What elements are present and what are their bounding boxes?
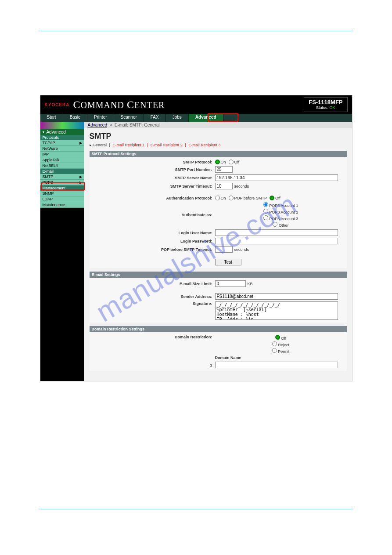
sidebar-item-snmp[interactable]: SNMP bbox=[40, 191, 84, 196]
radio-restrict-off[interactable] bbox=[275, 335, 280, 340]
tab-advanced[interactable]: Advanced bbox=[189, 114, 223, 122]
label-size: E-mail Size Limit: bbox=[90, 282, 215, 286]
breadcrumb: Advanced > E-mail: SMTP: General bbox=[84, 122, 352, 128]
breadcrumb-page: E-mail: SMTP: General bbox=[115, 123, 160, 127]
main-tabs: Start Basic Printer Scanner FAX Jobs Adv… bbox=[40, 114, 352, 122]
textarea-signature[interactable]: _/_/_/_/_/_/_/_/_/_/_/_/ %printer [%seri… bbox=[215, 301, 338, 320]
subtab-recipient1[interactable]: E-mail Recipient 1 bbox=[112, 143, 144, 147]
sidebar-item-tcpip[interactable]: TCP/IP▶ bbox=[40, 140, 84, 146]
sidebar-item-pop3[interactable]: POP3▶ bbox=[40, 180, 84, 185]
input-port[interactable] bbox=[215, 166, 233, 173]
radio-auth-pop[interactable] bbox=[229, 196, 234, 200]
header-bar: KYOCERA COMMAND CENTER FS-1118MFP Status… bbox=[40, 95, 352, 114]
sidebar-banner-image bbox=[40, 122, 84, 129]
input-pass[interactable] bbox=[215, 238, 338, 244]
radio-smtp-off[interactable] bbox=[229, 160, 234, 164]
radio-acct1[interactable] bbox=[263, 202, 268, 207]
domain-index: 1 bbox=[90, 363, 215, 367]
sidebar-item-netbeui[interactable]: NetBEUI bbox=[40, 163, 84, 169]
label-pop-timeout: POP before SMTP Timeout: bbox=[90, 247, 215, 252]
radio-restrict-permit[interactable] bbox=[272, 348, 277, 353]
label-signature: Signature: bbox=[90, 301, 215, 306]
label-auth-as: Authenticate as: bbox=[90, 213, 215, 217]
subtab-general[interactable]: ▸ General bbox=[90, 143, 107, 147]
sidebar-item-ldap[interactable]: LDAP bbox=[40, 196, 84, 202]
screenshot: KYOCERA COMMAND CENTER FS-1118MFP Status… bbox=[40, 95, 352, 381]
input-user[interactable] bbox=[215, 229, 338, 236]
section-email-settings: E-mail Settings bbox=[90, 272, 347, 278]
input-sender[interactable] bbox=[215, 293, 338, 300]
tab-start[interactable]: Start bbox=[40, 114, 63, 122]
tab-printer[interactable]: Printer bbox=[87, 114, 114, 122]
tab-basic[interactable]: Basic bbox=[63, 114, 87, 122]
subtab-recipient3[interactable]: E-mail Recipient 3 bbox=[188, 143, 220, 147]
input-timeout[interactable] bbox=[215, 183, 233, 189]
label-auth: Authentication Protocol: bbox=[90, 196, 215, 200]
status-box: FS-1118MFP Status: OK bbox=[304, 97, 347, 112]
kyocera-logo: KYOCERA bbox=[45, 102, 70, 107]
label-restrict: Domain Restriction: bbox=[90, 335, 215, 339]
section-domain: Domain Restriction Settings bbox=[90, 326, 347, 332]
sidebar-section-management: Management bbox=[40, 185, 84, 191]
label-sender: Sender Address: bbox=[90, 294, 215, 299]
sidebar-item-netware[interactable]: NetWare bbox=[40, 146, 84, 152]
sidebar-section-email: E-mail bbox=[40, 169, 84, 174]
label-user: Login User Name: bbox=[90, 231, 215, 235]
input-size[interactable] bbox=[215, 280, 246, 287]
subtab-recipient2[interactable]: E-mail Recipient 2 bbox=[151, 143, 183, 147]
sidebar-item-appletalk[interactable]: AppleTalk bbox=[40, 157, 84, 163]
chevron-right-icon: ▶ bbox=[79, 181, 82, 185]
tab-jobs[interactable]: Jobs bbox=[166, 114, 189, 122]
sidebar-item-maintenance[interactable]: Maintenance bbox=[40, 202, 84, 208]
input-server[interactable] bbox=[215, 174, 338, 181]
label-timeout: SMTP Server Timeout: bbox=[90, 184, 215, 189]
radio-other[interactable] bbox=[273, 222, 277, 227]
radio-auth-on[interactable] bbox=[215, 196, 220, 200]
product-name: COMMAND CENTER bbox=[73, 99, 165, 111]
page-title: SMTP bbox=[90, 132, 347, 141]
label-port: SMTP Port Number: bbox=[90, 167, 215, 172]
section-smtp-protocol: SMTP Protocol Settings bbox=[90, 151, 347, 157]
chevron-right-icon: ▶ bbox=[79, 141, 82, 145]
radio-auth-off[interactable] bbox=[270, 196, 274, 200]
domain-name-header: Domain Name bbox=[215, 355, 347, 360]
radio-smtp-on[interactable] bbox=[215, 160, 220, 164]
label-pass: Login Password: bbox=[90, 239, 215, 243]
radio-acct2[interactable] bbox=[263, 209, 268, 214]
tab-scanner[interactable]: Scanner bbox=[114, 114, 144, 122]
chevron-right-icon: ▶ bbox=[79, 175, 82, 179]
label-smtp-protocol: SMTP Protocol: bbox=[90, 160, 215, 164]
input-pop-timeout[interactable] bbox=[215, 246, 233, 253]
input-domain1[interactable] bbox=[215, 362, 338, 368]
sidebar-item-ipp[interactable]: IPP bbox=[40, 152, 84, 157]
model-name: FS-1118MFP bbox=[309, 99, 342, 106]
test-button[interactable]: Test bbox=[215, 259, 241, 265]
sidebar-section-protocols: Protocols bbox=[40, 135, 84, 140]
radio-acct3[interactable] bbox=[263, 215, 268, 220]
label-server: SMTP Server Name: bbox=[90, 176, 215, 180]
tab-fax[interactable]: FAX bbox=[144, 114, 166, 122]
sub-tabs: ▸ General | E-mail Recipient 1 | E-mail … bbox=[90, 143, 347, 147]
radio-restrict-reject[interactable] bbox=[272, 341, 277, 346]
sidebar-item-smtp[interactable]: SMTP▶ bbox=[40, 174, 84, 180]
sidebar: Advanced Protocols TCP/IP▶ NetWare IPP A… bbox=[40, 122, 84, 381]
breadcrumb-root[interactable]: Advanced bbox=[88, 123, 107, 127]
sidebar-header: Advanced bbox=[40, 129, 84, 135]
